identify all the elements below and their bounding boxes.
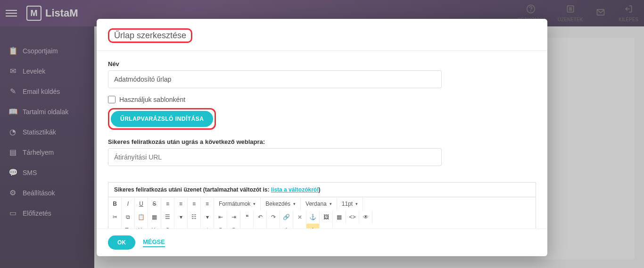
editor-label-prefix: Sikeres feliratkozás utáni üzenet (tarta… xyxy=(114,186,271,193)
image-button[interactable]: 🖼 xyxy=(320,210,333,224)
redirect-input[interactable] xyxy=(108,148,442,166)
text-color-dropdown[interactable]: ▾ xyxy=(293,224,306,228)
form-edit-modal: Űrlap szerkesztése Név Használjuk sablon… xyxy=(97,19,547,256)
show-blocks-button[interactable]: ⊞ xyxy=(240,224,254,228)
copy-button[interactable]: ⧉ xyxy=(122,210,135,224)
template-checkbox-row[interactable]: Használjuk sablonként xyxy=(108,96,536,103)
bullet-list-button[interactable]: ☰ xyxy=(161,210,174,224)
align-justify-button[interactable]: ≡ xyxy=(201,197,214,210)
superscript-button[interactable]: X² xyxy=(148,224,161,228)
ltr-button[interactable]: ¶ xyxy=(214,224,227,228)
modal-body: Név Használjuk sablonként ŰRLAPVARÁZSLÓ … xyxy=(97,51,547,228)
wizard-button[interactable]: ŰRLAPVARÁZSLÓ INDÍTÁSA xyxy=(111,111,213,127)
numbered-list-button[interactable]: ☷ xyxy=(188,210,201,224)
anchor-button[interactable]: ⚓ xyxy=(306,210,320,224)
unlink-button[interactable]: ⤫ xyxy=(293,210,306,224)
bold-button[interactable]: B xyxy=(108,197,122,210)
pagebreak-button[interactable]: ⤓ xyxy=(201,224,214,228)
modal-title: Űrlap szerkesztése xyxy=(114,31,186,41)
bg-color-button[interactable]: A xyxy=(306,224,320,228)
clear-format-button[interactable]: Tₓ xyxy=(122,224,135,228)
rtl-button[interactable]: ¶ xyxy=(227,224,240,228)
cancel-button[interactable]: MÉGSE xyxy=(143,238,165,247)
align-right-button[interactable]: ≡ xyxy=(188,197,201,210)
wizard-button-highlight: ŰRLAPVARÁZSLÓ INDÍTÁSA xyxy=(108,108,216,130)
size-select[interactable]: 11pt xyxy=(337,197,363,210)
formats-select[interactable]: Formátumok xyxy=(214,197,261,210)
editor-toolbar: B I U S ≡ ≡ ≡ ≡ Formátumok Bekezdés Verd… xyxy=(108,197,536,228)
select-all-button[interactable]: ▦ xyxy=(148,210,161,224)
template-button[interactable]: ▦ xyxy=(254,224,267,228)
outdent-button[interactable]: ⇤ xyxy=(214,210,227,224)
emoji-button[interactable]: ☺ xyxy=(174,224,188,228)
rich-editor: Sikeres feliratkozás utáni üzenet (tarta… xyxy=(108,182,536,228)
editor-variables-link[interactable]: lista a változókról xyxy=(271,186,319,193)
ok-button[interactable]: OK xyxy=(108,235,135,250)
bullet-dropdown[interactable]: ▾ xyxy=(174,210,188,224)
align-center-button[interactable]: ≡ xyxy=(174,197,188,210)
text-color-button[interactable]: A xyxy=(280,224,293,228)
modal-header: Űrlap szerkesztése xyxy=(97,19,547,51)
redirect-label: Sikeres feliratkozás után ugrás a követk… xyxy=(108,138,536,145)
special-char-button[interactable]: Ω xyxy=(161,224,174,228)
font-select[interactable]: Verdana xyxy=(301,197,337,210)
bg-color-dropdown[interactable]: ▾ xyxy=(320,224,333,228)
hr-button[interactable]: — xyxy=(108,224,122,228)
name-input[interactable] xyxy=(108,70,442,88)
underline-button[interactable]: U xyxy=(135,197,148,210)
paste-button[interactable]: 📋 xyxy=(135,210,148,224)
undo-button[interactable]: ↶ xyxy=(254,210,267,224)
datetime-button[interactable]: ⏲ xyxy=(188,224,201,228)
name-label: Név xyxy=(108,60,536,67)
editor-label-suffix: ) xyxy=(318,186,320,193)
cut-button[interactable]: ✂ xyxy=(108,210,122,224)
quote-button[interactable]: ❝ xyxy=(240,210,254,224)
editor-header: Sikeres feliratkozás utáni üzenet (tarta… xyxy=(108,183,536,197)
align-left-button[interactable]: ≡ xyxy=(161,197,174,210)
subscript-button[interactable]: X₂ xyxy=(135,224,148,228)
redo-button[interactable]: ↷ xyxy=(267,210,280,224)
template-checkbox[interactable] xyxy=(108,96,116,103)
link-button[interactable]: 🔗 xyxy=(280,210,293,224)
italic-button[interactable]: I xyxy=(122,197,135,210)
preview-button[interactable]: 👁 xyxy=(359,210,372,224)
code-button[interactable]: <> xyxy=(346,210,359,224)
numbered-dropdown[interactable]: ▾ xyxy=(201,210,214,224)
table-button[interactable]: ▦ xyxy=(333,210,346,224)
template-dropdown[interactable]: ▾ xyxy=(267,224,280,228)
template-checkbox-label: Használjuk sablonként xyxy=(119,96,185,103)
indent-button[interactable]: ⇥ xyxy=(227,210,240,224)
paragraph-select[interactable]: Bekezdés xyxy=(261,197,301,210)
strike-button[interactable]: S xyxy=(148,197,161,210)
modal-title-highlight: Űrlap szerkesztése xyxy=(108,28,192,43)
modal-footer: OK MÉGSE xyxy=(97,228,547,256)
